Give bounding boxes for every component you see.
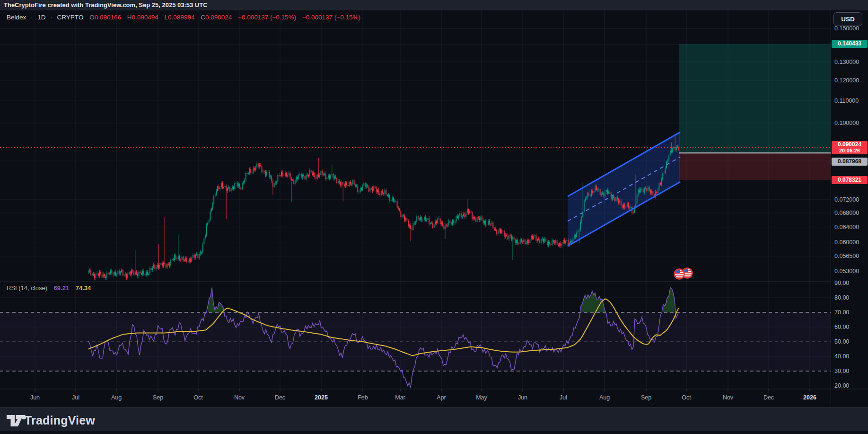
- rsi-tick: 20.00: [834, 382, 849, 389]
- timeframe-label[interactable]: 1D: [37, 14, 45, 21]
- month-label: Nov: [223, 394, 256, 401]
- tradingview-chart-window: TheCryptoFire created with TradingView.c…: [0, 0, 868, 434]
- month-label: Jul: [59, 394, 92, 401]
- rsi-tick: 30.00: [834, 368, 849, 374]
- low-value: 0.089994: [168, 14, 194, 21]
- price-tick: 0.072000: [834, 196, 859, 203]
- month-label: Dec: [752, 394, 785, 401]
- month-label: May: [465, 394, 498, 401]
- price-tick: 0.130000: [834, 59, 859, 65]
- rsi-label[interactable]: RSI (14, close): [7, 284, 47, 292]
- open-label: O: [89, 14, 95, 21]
- year-label: 2025: [305, 394, 338, 401]
- separator-dot: ·: [31, 14, 33, 21]
- price-tick: 0.100000: [834, 120, 859, 126]
- price-tag-target: 0.140433: [832, 40, 868, 48]
- footer-bar: TradingView: [0, 407, 868, 434]
- month-label: Dec: [263, 394, 297, 401]
- month-label: Aug: [100, 394, 133, 401]
- time-scale[interactable]: JunJulAugSepOctNovDec2025FebMarAprMayJun…: [0, 389, 831, 407]
- close-label: C: [201, 14, 205, 21]
- month-label: Oct: [182, 394, 215, 401]
- price-tag-current: 0.09002420:06:26: [832, 141, 868, 154]
- tradingview-wordmark[interactable]: TradingView: [25, 414, 95, 427]
- month-label: Sep: [141, 394, 175, 401]
- symbol-name[interactable]: Beldex: [7, 14, 26, 21]
- chart-canvas[interactable]: [0, 0, 868, 434]
- rsi-tick: 70.00: [834, 309, 849, 316]
- price-tick: 0.068000: [834, 210, 859, 216]
- change-percent-value: −0.000137 (−0.15%): [302, 14, 360, 21]
- month-label: Jul: [547, 394, 580, 401]
- price-tag-stop: 0.078321: [832, 176, 868, 184]
- month-label: Jun: [506, 394, 539, 401]
- year-label: 2026: [793, 394, 826, 401]
- price-tick: 0.110000: [834, 97, 859, 104]
- price-tick: 0.120000: [834, 77, 859, 84]
- month-label: Sep: [630, 394, 663, 401]
- symbol-info-row[interactable]: Beldex · 1D · CRYPTO O0.090166 H0.090494…: [7, 14, 360, 21]
- price-tag-current-value: 0.090024: [832, 142, 868, 148]
- rsi-value: 69.21: [54, 284, 70, 292]
- low-label: L: [165, 14, 168, 21]
- change-value: −0.000137 (−0.15%): [238, 14, 296, 21]
- rsi-tick: 50.00: [834, 338, 849, 345]
- price-tick: 0.056500: [834, 253, 859, 259]
- rsi-indicator-legend[interactable]: RSI (14, close) 69.21 74.34: [7, 284, 91, 292]
- rsi-tick: 60.00: [834, 324, 849, 330]
- price-scale[interactable]: 0.1500000.1300000.1200000.1100000.100000…: [831, 0, 868, 407]
- rsi-tick: 90.00: [834, 280, 849, 286]
- price-tick-hidden: 0.150000: [834, 25, 859, 32]
- bar-countdown: 20:06:26: [832, 148, 868, 154]
- month-label: Jun: [18, 394, 52, 401]
- currency-toggle-button[interactable]: USD: [833, 12, 862, 26]
- profit-target-box[interactable]: [679, 44, 831, 153]
- month-label: Nov: [711, 394, 745, 401]
- us-flag-marker-icon[interactable]: [675, 269, 684, 279]
- month-label: Oct: [670, 394, 703, 401]
- open-value: 0.090166: [95, 14, 121, 21]
- close-value: 0.090024: [205, 14, 232, 21]
- month-label: Feb: [346, 394, 379, 401]
- footer-bottom-strip: [0, 431, 868, 434]
- high-label: H: [127, 14, 132, 21]
- price-tick: 0.064000: [834, 224, 859, 230]
- rsi-tick: 40.00: [834, 353, 849, 360]
- stop-loss-box[interactable]: [679, 153, 831, 180]
- price-tick: 0.060000: [834, 239, 859, 246]
- price-tag-entry: 0.087968: [832, 158, 868, 166]
- exchange-label: CRYPTO: [57, 14, 84, 21]
- rsi-tick: 80.00: [834, 294, 849, 301]
- high-value: 0.090494: [132, 14, 158, 21]
- rsi-ma-value: 74.34: [76, 284, 91, 292]
- month-label: Apr: [425, 394, 458, 401]
- separator-dot: ·: [50, 14, 53, 21]
- price-tick: 0.053000: [834, 268, 859, 275]
- month-label: Aug: [588, 394, 621, 401]
- month-label: Mar: [384, 394, 417, 401]
